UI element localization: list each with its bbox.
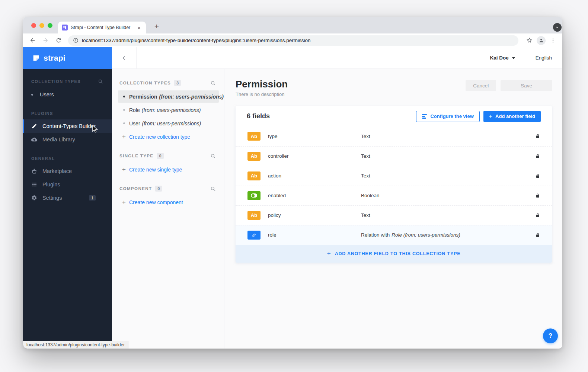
sidebar-item-settings[interactable]: Settings 1	[23, 191, 112, 205]
tab-close-icon[interactable]: ×	[136, 24, 142, 31]
plus-icon: +	[489, 113, 492, 120]
subnav-section-component: COMPONENT 0	[119, 186, 216, 192]
create-collection-type-link[interactable]: + Create new collection type	[118, 131, 219, 143]
chevron-left-icon	[122, 55, 127, 61]
field-row-action[interactable]: Ab action Text	[236, 166, 552, 186]
field-type: Text	[361, 173, 370, 179]
sidebar-item-media-library[interactable]: Media Library	[23, 133, 112, 146]
sidebar-item-label: Marketplace	[42, 168, 72, 174]
search-icon[interactable]	[210, 153, 216, 159]
language-selector[interactable]: English	[525, 55, 562, 61]
field-row-role[interactable]: role Relation with Role (from: users-per…	[236, 225, 552, 245]
subnav-item-permission[interactable]: Permission (from: users-permissions)	[118, 90, 219, 103]
tab-title: Strapi - Content Type Builder	[71, 25, 136, 30]
sidebar-item-plugins[interactable]: Plugins	[23, 178, 112, 191]
strapi-admin: strapi COLLECTION TYPES Users PLUGINS Co…	[23, 47, 562, 349]
page-subtitle: There is no description	[236, 92, 288, 97]
sidebar-section-collection-types: COLLECTION TYPES	[31, 79, 103, 84]
field-row-policy[interactable]: Ab policy Text	[236, 205, 552, 225]
bullet-icon	[123, 96, 125, 97]
settings-count-badge: 1	[89, 195, 96, 201]
cloud-upload-icon	[31, 137, 37, 142]
sidebar-item-content-types-builder[interactable]: Content-Types Builder	[23, 119, 112, 133]
list-icon	[31, 182, 37, 187]
back-icon[interactable]	[28, 36, 37, 45]
minimize-window-button[interactable]	[39, 23, 44, 28]
sidebar-item-label: Media Library	[42, 137, 75, 142]
content-type-name: User	[129, 121, 140, 126]
browser-menu-icon[interactable]	[548, 36, 558, 45]
field-name: policy	[268, 212, 361, 218]
page-info-icon[interactable]	[73, 38, 79, 43]
field-type: Relation with Role (from: users-permissi…	[361, 232, 460, 238]
create-single-type-link[interactable]: + Create new single type	[118, 163, 219, 176]
strapi-favicon	[62, 25, 68, 31]
field-name: enabled	[268, 193, 361, 198]
user-name: Kai Doe	[490, 55, 508, 61]
plus-icon: +	[122, 133, 126, 141]
configure-view-button[interactable]: Configure the view	[416, 111, 479, 122]
cancel-button[interactable]: Cancel	[466, 80, 496, 91]
browser-toolbar: localhost:1337/admin/plugins/content-typ…	[23, 33, 562, 47]
browser-tab[interactable]: Strapi - Content Type Builder ×	[58, 22, 146, 33]
field-row-enabled[interactable]: enabled Boolean	[236, 186, 552, 205]
lock-icon	[536, 134, 540, 139]
content-type-origin: (from: users-permissions)	[142, 121, 201, 126]
browser-update-icon[interactable]	[553, 23, 562, 32]
main-content: Permission There is no description Cance…	[224, 69, 562, 349]
field-name: role	[268, 232, 361, 238]
strapi-logo-text: strapi	[44, 54, 65, 62]
browser-window: Strapi - Content Type Builder × + localh…	[23, 17, 562, 349]
field-row-controller[interactable]: Ab controller Text	[236, 146, 552, 166]
bookmark-star-icon[interactable]	[524, 36, 534, 45]
tab-strip: Strapi - Content Type Builder × +	[23, 17, 562, 33]
bullet-icon	[31, 94, 33, 96]
toggle-icon	[251, 193, 257, 198]
field-row-type[interactable]: Ab type Text	[236, 126, 552, 146]
lock-icon	[536, 173, 540, 179]
content-type-origin: (from: users-permissions)	[142, 107, 201, 113]
search-icon[interactable]	[210, 80, 216, 86]
sidebar-item-label: Users	[40, 92, 54, 97]
sidebar-item-label: Settings	[42, 195, 62, 201]
subnav-section-single-type: SINGLE TYPE 0	[119, 153, 216, 159]
sidebar-item-label: Content-Types Builder	[42, 123, 96, 129]
strapi-logo[interactable]: strapi	[23, 47, 112, 69]
back-button[interactable]	[112, 47, 137, 68]
browser-profile-icon[interactable]	[536, 36, 546, 45]
help-button[interactable]: ?	[543, 328, 558, 343]
add-field-banner[interactable]: + ADD ANOTHER FIELD TO THIS COLLECTION T…	[236, 245, 552, 263]
lock-icon	[536, 154, 540, 159]
sidebar-item-users[interactable]: Users	[23, 88, 112, 101]
main-sidebar: strapi COLLECTION TYPES Users PLUGINS Co…	[23, 47, 112, 349]
field-name: action	[268, 173, 361, 179]
configure-icon	[422, 114, 427, 119]
search-icon[interactable]	[210, 186, 216, 192]
admin-topbar: Kai Doe English	[112, 47, 562, 69]
link-icon	[250, 231, 258, 239]
reload-icon[interactable]	[54, 36, 63, 45]
zoom-window-button[interactable]	[48, 23, 52, 28]
close-window-button[interactable]	[31, 23, 36, 28]
sidebar-section-general: GENERAL	[31, 156, 103, 161]
user-menu[interactable]: Kai Doe	[480, 55, 524, 61]
field-type: Boolean	[361, 193, 380, 198]
subnav-item-role[interactable]: Role (from: users-permissions)	[118, 104, 219, 116]
field-name: controller	[268, 153, 361, 159]
subnav-item-user[interactable]: User (from: users-permissions)	[118, 117, 219, 129]
sidebar-item-label: Plugins	[42, 182, 60, 187]
add-field-button[interactable]: + Add another field	[483, 111, 541, 122]
sidebar-section-plugins: PLUGINS	[31, 111, 103, 116]
search-icon[interactable]	[98, 79, 103, 84]
plus-icon: +	[122, 166, 126, 173]
collection-types-count: 3	[174, 80, 181, 86]
sidebar-item-marketplace[interactable]: Marketplace	[23, 164, 112, 178]
boolean-field-badge	[247, 191, 261, 200]
create-component-link[interactable]: + Create new component	[118, 196, 219, 208]
field-name: type	[268, 134, 361, 139]
basket-icon	[31, 168, 37, 174]
new-tab-button[interactable]: +	[151, 21, 162, 32]
field-type: Text	[361, 212, 370, 218]
save-button[interactable]: Save	[501, 80, 552, 91]
address-bar[interactable]: localhost:1337/admin/plugins/content-typ…	[68, 35, 518, 46]
